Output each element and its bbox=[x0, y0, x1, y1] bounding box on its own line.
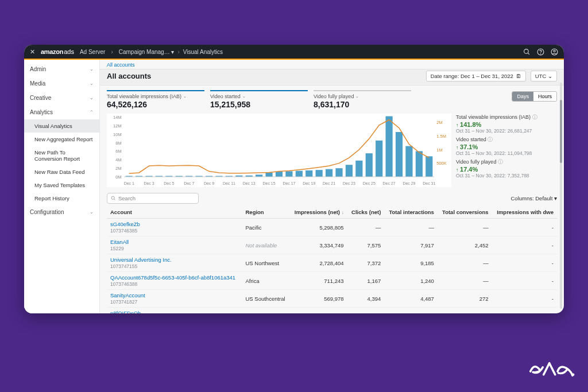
svg-text:Dec 1: Dec 1 bbox=[124, 181, 134, 185]
timeseries-chart[interactable]: 0M2M4M6M8M10M12M14M500K1M1.5M2MDec 1Dec … bbox=[107, 114, 451, 187]
svg-text:500K: 500K bbox=[436, 161, 447, 166]
svg-text:Dec 17: Dec 17 bbox=[283, 181, 295, 185]
svg-text:2M: 2M bbox=[115, 166, 121, 171]
svg-rect-35 bbox=[296, 171, 303, 177]
account-link[interactable]: Universal Advertising Inc. bbox=[110, 257, 238, 263]
topbar: ✕ amazonads Ad Server › Campaign Manag… … bbox=[24, 45, 564, 59]
timezone-select[interactable]: UTC ⌄ bbox=[531, 71, 557, 81]
crumb-ad-server[interactable]: Ad Server bbox=[80, 49, 105, 55]
th-dwell[interactable]: Impressions with dwe bbox=[492, 206, 557, 219]
account-link[interactable]: EitanAll bbox=[110, 239, 238, 245]
kpi-video-started[interactable]: Video started⌄ 15,215,958 bbox=[210, 89, 314, 111]
sidebar-item-media[interactable]: Media⌄ bbox=[24, 76, 99, 91]
chevron-down-icon: ⌄ bbox=[90, 95, 94, 100]
account-link[interactable]: sG40efkeZb bbox=[110, 221, 238, 227]
breadcrumb[interactable]: All accounts bbox=[100, 60, 564, 69]
svg-rect-45 bbox=[396, 132, 403, 177]
svg-text:0M: 0M bbox=[115, 174, 121, 180]
chevron-down-icon: ⌄ bbox=[183, 94, 187, 99]
sidebar-sub-path-to-conversion[interactable]: New Path To Conversion Report bbox=[24, 146, 99, 165]
account-link[interactable]: SanityAccount bbox=[110, 292, 238, 298]
sidebar-sub-raw-data-feed[interactable]: New Raw Data Feed bbox=[24, 165, 99, 178]
th-clicks[interactable]: Clicks (net) bbox=[347, 206, 385, 219]
th-impressions[interactable]: Impressions (net) ↓ bbox=[290, 206, 347, 219]
crumb-visual-analytics[interactable]: Visual Analytics bbox=[183, 49, 223, 55]
svg-rect-42 bbox=[366, 153, 373, 177]
columns-select[interactable]: Columns: Default ▾ bbox=[510, 195, 557, 201]
svg-text:Dec 11: Dec 11 bbox=[223, 181, 235, 185]
svg-rect-47 bbox=[416, 151, 423, 177]
sidebar-sub-saved-templates[interactable]: My Saved Templates bbox=[24, 178, 99, 192]
table-row[interactable]: QAAccount678d5f5c-6653-405f-b6cf-ab8f106… bbox=[107, 272, 557, 290]
svg-text:Dec 13: Dec 13 bbox=[243, 181, 256, 185]
eva-watermark bbox=[527, 356, 577, 385]
calendar-icon: 🗓 bbox=[516, 73, 521, 79]
th-region[interactable]: Region bbox=[242, 206, 289, 219]
brand-logo: amazonads bbox=[41, 48, 74, 55]
sort-desc-icon: ↓ bbox=[342, 210, 344, 215]
svg-line-1 bbox=[528, 53, 529, 55]
svg-rect-43 bbox=[376, 141, 382, 177]
date-range-picker[interactable]: Date range: Dec 1 – Dec 31, 2022 🗓 bbox=[426, 71, 526, 81]
main: All accounts All accounts Date range: De… bbox=[100, 60, 564, 313]
comparison-panel: Total viewable impressions (IAB) ⓘ 141.8… bbox=[456, 114, 557, 187]
account-link[interactable]: QAAccount678d5f5c-6653-405f-b6cf-ab8f106… bbox=[110, 274, 238, 281]
svg-point-5 bbox=[553, 50, 555, 52]
crumb-campaign-management[interactable]: Campaign Manag… ▾ bbox=[119, 49, 175, 55]
table-row[interactable]: p8fQIFDsOh1073746388 Pacific 146,2431,02… bbox=[107, 308, 557, 314]
kpi-viewable-impressions[interactable]: Total viewable impressions (IAB)⌄ 64,526… bbox=[107, 89, 210, 111]
stat-viewable-impressions: Total viewable impressions (IAB) ⓘ 141.8… bbox=[456, 114, 557, 134]
info-icon[interactable]: ⓘ bbox=[498, 159, 503, 165]
table-row[interactable]: Universal Advertising Inc.1073747155 US … bbox=[107, 254, 557, 272]
sidebar-item-analytics[interactable]: Analytics⌃ bbox=[24, 105, 99, 119]
search-icon bbox=[111, 196, 116, 201]
back-icon[interactable]: ✕ bbox=[30, 48, 35, 56]
toggle-days[interactable]: Days bbox=[512, 92, 533, 101]
granularity-toggle[interactable]: Days Hours bbox=[512, 91, 557, 102]
info-icon[interactable]: ⓘ bbox=[532, 114, 537, 120]
svg-rect-36 bbox=[305, 170, 312, 177]
kpi-video-fully-played[interactable]: Video fully played⌄ 8,631,170 bbox=[314, 89, 417, 111]
svg-point-3 bbox=[540, 53, 541, 54]
svg-rect-33 bbox=[276, 172, 283, 177]
svg-text:Dec 21: Dec 21 bbox=[323, 181, 335, 185]
chevron-down-icon: ⌄ bbox=[90, 209, 94, 215]
help-icon[interactable] bbox=[536, 48, 544, 56]
svg-rect-31 bbox=[256, 174, 262, 177]
th-conversions[interactable]: Total conversions bbox=[438, 206, 492, 219]
table-row[interactable]: EitanAll15229 Not available 3,334,7497,5… bbox=[107, 236, 557, 254]
svg-text:1M: 1M bbox=[436, 148, 442, 153]
scrollbar-thumb[interactable] bbox=[560, 100, 562, 163]
svg-text:Dec 29: Dec 29 bbox=[403, 181, 415, 185]
svg-text:2M: 2M bbox=[436, 121, 442, 126]
sidebar-sub-visual-analytics[interactable]: Visual Analytics bbox=[24, 119, 99, 133]
svg-text:Dec 25: Dec 25 bbox=[363, 181, 376, 185]
svg-point-66 bbox=[111, 196, 114, 199]
toggle-hours[interactable]: Hours bbox=[533, 92, 556, 101]
app-window: ✕ amazonads Ad Server › Campaign Manag… … bbox=[24, 45, 564, 313]
svg-rect-48 bbox=[425, 156, 432, 177]
th-interactions[interactable]: Total interactions bbox=[384, 206, 438, 219]
search-input[interactable]: Search bbox=[107, 193, 199, 204]
sidebar-sub-report-history[interactable]: Report History bbox=[24, 192, 99, 205]
chevron-down-icon: ⌄ bbox=[242, 94, 246, 99]
svg-text:Dec 15: Dec 15 bbox=[263, 181, 276, 185]
sidebar-item-creative[interactable]: Creative⌄ bbox=[24, 91, 99, 105]
account-link[interactable]: p8fQIFDsOh bbox=[110, 310, 238, 313]
sidebar-item-configuration[interactable]: Configuration⌄ bbox=[24, 205, 99, 219]
svg-text:Dec 27: Dec 27 bbox=[383, 181, 396, 185]
th-account[interactable]: Account bbox=[107, 206, 242, 219]
svg-rect-44 bbox=[386, 117, 393, 177]
profile-icon[interactable] bbox=[550, 48, 558, 56]
chevron-down-icon: ⌄ bbox=[90, 81, 94, 86]
table-row[interactable]: SanityAccount1073741827 US Southcentral … bbox=[107, 290, 557, 308]
sidebar-sub-aggregated-report[interactable]: New Aggregated Report bbox=[24, 133, 99, 146]
svg-text:Dec 23: Dec 23 bbox=[343, 181, 355, 185]
table-row[interactable]: sG40efkeZb1073746385 Pacific 5,298,805——… bbox=[107, 219, 557, 236]
svg-rect-37 bbox=[316, 170, 323, 177]
search-icon[interactable] bbox=[523, 48, 531, 56]
sidebar-item-admin[interactable]: Admin⌄ bbox=[24, 62, 99, 76]
info-icon[interactable]: ⓘ bbox=[488, 137, 493, 142]
svg-text:Dec 9: Dec 9 bbox=[204, 181, 214, 185]
chevron-down-icon: ⌄ bbox=[355, 94, 359, 99]
